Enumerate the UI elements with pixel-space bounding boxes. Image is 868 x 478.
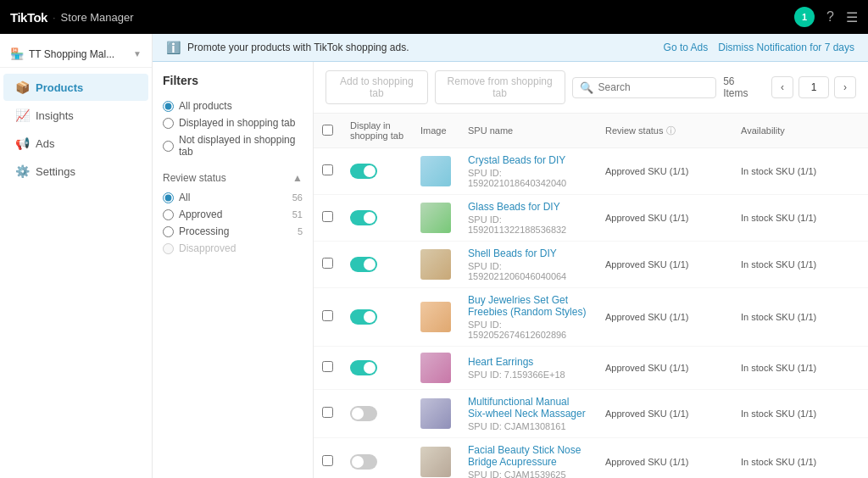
sidebar-item-label: Settings bbox=[36, 165, 75, 178]
display-toggle-4[interactable] bbox=[350, 309, 377, 325]
prev-page-button[interactable]: ‹ bbox=[771, 76, 793, 98]
product-spu-id-3: SPU ID: 1592021206046040064 bbox=[468, 261, 588, 281]
review-status-3: Approved SKU (1/1) bbox=[605, 259, 688, 270]
table-row: Buy Jewelries Set Get Freebies (Random S… bbox=[314, 288, 868, 347]
row-checkbox-5[interactable] bbox=[322, 361, 333, 372]
availability-2: In stock SKU (1/1) bbox=[741, 213, 816, 223]
product-name-1[interactable]: Crystal Beads for DIY bbox=[468, 154, 588, 166]
insights-icon: 📈 bbox=[15, 108, 29, 122]
display-toggle-3[interactable] bbox=[350, 257, 377, 272]
product-image-2 bbox=[420, 203, 451, 233]
product-name-7[interactable]: Facial Beauty Stick Nose Bridge Acupress… bbox=[468, 444, 588, 468]
display-filter-all[interactable]: All products bbox=[163, 97, 303, 114]
page-number-input[interactable] bbox=[798, 76, 829, 98]
search-box: 🔍 bbox=[572, 77, 717, 98]
sidebar-item-label: Products bbox=[36, 81, 83, 94]
display-toggle-5[interactable] bbox=[350, 360, 377, 375]
filter-title: Filters bbox=[163, 74, 303, 87]
top-bar: TikTok · Store Manager 1 ? ☰ bbox=[0, 0, 868, 34]
display-toggle-2[interactable] bbox=[350, 210, 377, 225]
table-row: Shell Beads for DIY SPU ID: 159202120604… bbox=[314, 242, 868, 288]
availability-4: In stock SKU (1/1) bbox=[741, 312, 816, 322]
review-status-6: Approved SKU (1/1) bbox=[605, 409, 688, 419]
review-status-7: Approved SKU (1/1) bbox=[605, 457, 688, 467]
product-name-6[interactable]: Multifunctional Manual Six-wheel Neck Ma… bbox=[468, 396, 588, 420]
next-page-button[interactable]: › bbox=[834, 76, 856, 98]
add-to-shopping-tab-button[interactable]: Add to shopping tab bbox=[326, 70, 428, 104]
product-image-4 bbox=[420, 302, 451, 332]
search-input[interactable] bbox=[598, 81, 709, 93]
availability-7: In stock SKU (1/1) bbox=[741, 457, 816, 467]
product-image-5 bbox=[420, 353, 451, 383]
review-status-4: Approved SKU (1/1) bbox=[605, 312, 688, 322]
status-label: All bbox=[179, 192, 287, 203]
review-filter-disapproved: Disapproved bbox=[163, 240, 303, 257]
table-row: Glass Beads for DIY SPU ID: 159201132218… bbox=[314, 195, 868, 242]
product-spu-id-6: SPU ID: CJAM1308161 bbox=[468, 421, 588, 431]
settings-icon: ⚙️ bbox=[15, 164, 29, 178]
product-name-3[interactable]: Shell Beads for DIY bbox=[468, 247, 588, 259]
sidebar-item-insights[interactable]: 📈Insights bbox=[3, 102, 148, 129]
display-toggle-1[interactable] bbox=[350, 164, 377, 179]
products-icon: 📦 bbox=[15, 81, 29, 94]
product-name-5[interactable]: Heart Earrings bbox=[468, 356, 588, 368]
help-icon[interactable]: ? bbox=[826, 9, 834, 25]
display-filter-displayed[interactable]: Displayed in shopping tab bbox=[163, 114, 303, 131]
review-filter-all[interactable]: All56 bbox=[163, 189, 303, 206]
product-image-7 bbox=[420, 447, 451, 477]
availability-1: In stock SKU (1/1) bbox=[741, 166, 816, 176]
display-toggle-7[interactable] bbox=[350, 454, 377, 470]
status-label: Approved bbox=[179, 208, 287, 220]
dismiss-notification-link[interactable]: Dismiss Notification for 7 days bbox=[718, 42, 854, 53]
table-row: Facial Beauty Stick Nose Bridge Acupress… bbox=[314, 438, 868, 479]
tiktok-logo: TikTok bbox=[10, 10, 47, 25]
items-count: 56 Items bbox=[723, 75, 758, 99]
review-status-label[interactable]: Review status ▲ bbox=[163, 172, 303, 184]
spu-col-header: SPU name bbox=[468, 125, 513, 136]
display-col-header: Display inshopping tab bbox=[350, 120, 403, 141]
product-name-2[interactable]: Glass Beads for DIY bbox=[468, 201, 588, 213]
product-name-4[interactable]: Buy Jewelries Set Get Freebies (Random S… bbox=[468, 294, 588, 318]
radio-label: Not displayed in shopping tab bbox=[179, 134, 303, 158]
row-checkbox-3[interactable] bbox=[322, 258, 333, 269]
product-spu-id-4: SPU ID: 1592052674612602896 bbox=[468, 320, 588, 340]
ads-icon: 📢 bbox=[15, 136, 29, 150]
review-filter-approved[interactable]: Approved51 bbox=[163, 206, 303, 223]
sidebar-item-ads[interactable]: 📢Ads bbox=[3, 130, 148, 157]
display-toggle-6[interactable] bbox=[350, 406, 377, 421]
product-image-1 bbox=[420, 156, 451, 186]
go-to-ads-link[interactable]: Go to Ads bbox=[664, 42, 709, 53]
sidebar-item-settings[interactable]: ⚙️Settings bbox=[3, 158, 148, 185]
availability-6: In stock SKU (1/1) bbox=[741, 409, 816, 419]
availability-3: In stock SKU (1/1) bbox=[741, 259, 816, 270]
top-bar-divider: · bbox=[53, 11, 56, 24]
availability-5: In stock SKU (1/1) bbox=[741, 363, 816, 373]
review-status-2: Approved SKU (1/1) bbox=[605, 213, 688, 223]
select-all-checkbox[interactable] bbox=[322, 125, 333, 136]
status-count: 51 bbox=[292, 209, 303, 220]
review-col-info-icon[interactable]: ⓘ bbox=[666, 125, 676, 136]
notification-text: Promote your products with TikTok shoppi… bbox=[187, 42, 409, 53]
remove-from-shopping-tab-button[interactable]: Remove from shopping tab bbox=[435, 70, 565, 104]
store-selector[interactable]: 🏪 TT Shopping Mal... ▼ bbox=[0, 41, 152, 68]
notification-bar: ℹ️ Promote your products with TikTok sho… bbox=[153, 34, 868, 62]
review-status-1: Approved SKU (1/1) bbox=[605, 166, 688, 176]
table-row: Heart Earrings SPU ID: 7.159366E+18 Appr… bbox=[314, 347, 868, 390]
table-row: Multifunctional Manual Six-wheel Neck Ma… bbox=[314, 390, 868, 438]
store-icon: 🏪 bbox=[10, 47, 24, 60]
search-icon: 🔍 bbox=[580, 81, 593, 94]
top-bar-avatar[interactable]: 1 bbox=[794, 7, 815, 27]
row-checkbox-4[interactable] bbox=[322, 310, 333, 321]
store-name: TT Shopping Mal... bbox=[29, 48, 128, 60]
status-count: 5 bbox=[298, 226, 303, 236]
product-image-6 bbox=[420, 398, 451, 429]
display-filter-not_displayed[interactable]: Not displayed in shopping tab bbox=[163, 131, 303, 160]
row-checkbox-1[interactable] bbox=[322, 164, 333, 175]
row-checkbox-2[interactable] bbox=[322, 211, 333, 222]
row-checkbox-7[interactable] bbox=[322, 455, 333, 466]
review-filter-processing[interactable]: Processing5 bbox=[163, 223, 303, 240]
row-checkbox-6[interactable] bbox=[322, 407, 333, 418]
menu-icon[interactable]: ☰ bbox=[846, 9, 858, 25]
sidebar-item-products[interactable]: 📦Products bbox=[3, 74, 148, 101]
radio-label: Displayed in shopping tab bbox=[179, 117, 303, 129]
